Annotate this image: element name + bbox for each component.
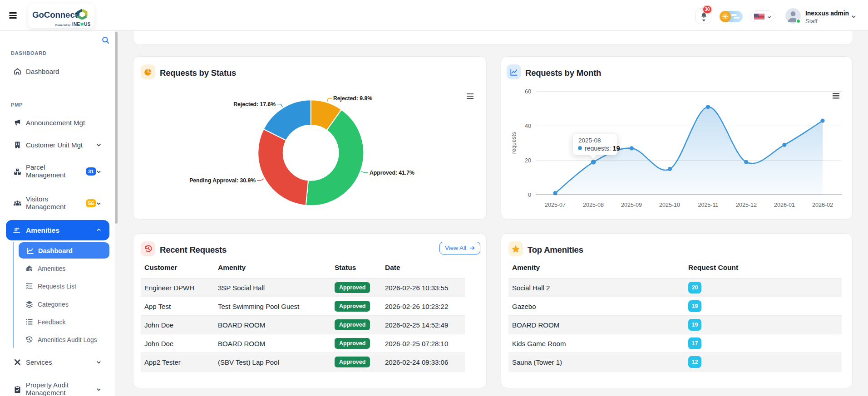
svg-text:2025-08: 2025-08 (583, 202, 604, 208)
svg-text:requests: requests (511, 132, 517, 154)
svg-text:2025-11: 2025-11 (698, 202, 719, 208)
svg-text:Approved: 41.7%: Approved: 41.7% (370, 170, 414, 176)
svg-text:20: 20 (525, 157, 531, 164)
svg-text:2025-09: 2025-09 (621, 202, 642, 208)
svg-text:Rejected: 9.8%: Rejected: 9.8% (333, 95, 372, 102)
svg-text:Pending Approval: 30.9%: Pending Approval: 30.9% (189, 177, 256, 184)
svg-text:2026-01: 2026-01 (774, 202, 795, 208)
svg-text:60: 60 (525, 88, 531, 95)
svg-text:40: 40 (525, 123, 531, 129)
svg-text:0: 0 (528, 192, 531, 198)
svg-text:2025-12: 2025-12 (736, 202, 757, 208)
svg-text:Rejected: 17.6%: Rejected: 17.6% (233, 101, 276, 108)
svg-text:2025-10: 2025-10 (659, 202, 680, 208)
svg-text:2026-02: 2026-02 (812, 202, 833, 208)
svg-text:2025-07: 2025-07 (545, 202, 566, 208)
